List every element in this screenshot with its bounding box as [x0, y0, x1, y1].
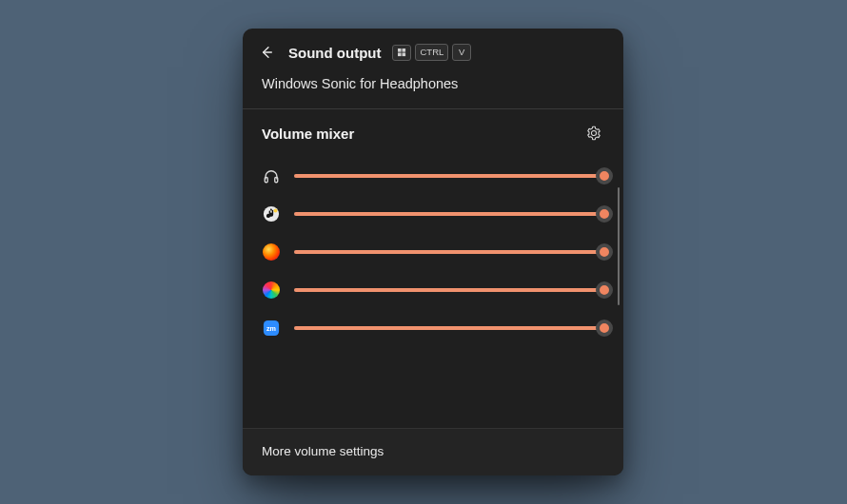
- svg-rect-0: [398, 48, 402, 52]
- panel-title: Sound output: [288, 45, 381, 61]
- headphones-icon: [262, 166, 281, 185]
- mixer-row-foobar: [262, 195, 610, 233]
- foobar-icon: [262, 204, 281, 223]
- volume-slider-zoom[interactable]: [294, 319, 604, 338]
- volume-mixer-list: zm: [243, 153, 623, 364]
- mixer-header: Volume mixer: [243, 109, 623, 153]
- svg-rect-1: [402, 48, 405, 52]
- zoom-icon: zm: [262, 319, 281, 338]
- mixer-settings-button[interactable]: [583, 123, 604, 144]
- svg-rect-2: [398, 52, 402, 56]
- volume-slider-system[interactable]: [294, 166, 604, 185]
- keyboard-shortcut: CTRL V: [392, 44, 471, 61]
- rainbow-circle-icon: [262, 281, 281, 300]
- arrow-left-icon: [259, 45, 274, 60]
- volume-slider-foobar[interactable]: [294, 204, 604, 223]
- svg-rect-5: [275, 178, 278, 183]
- firefox-icon: [262, 242, 281, 262]
- more-volume-settings-link[interactable]: More volume settings: [243, 429, 623, 475]
- sound-output-panel: Sound output CTRL V Windows Sonic for He…: [243, 29, 623, 475]
- mixer-row-system: [262, 157, 610, 195]
- svg-rect-3: [402, 52, 405, 56]
- volume-slider-firefox[interactable]: [294, 242, 604, 262]
- mixer-title: Volume mixer: [262, 126, 354, 142]
- ctrl-key: CTRL: [415, 44, 448, 61]
- win-key-icon: [392, 45, 411, 61]
- svg-text:zm: zm: [266, 324, 276, 333]
- mixer-row-firefox: [262, 233, 610, 271]
- back-button[interactable]: [256, 42, 277, 63]
- panel-footer: More volume settings: [243, 428, 623, 475]
- panel-header: Sound output CTRL V: [243, 29, 623, 68]
- scrollbar[interactable]: [618, 187, 620, 305]
- v-key: V: [452, 44, 471, 61]
- output-device-label[interactable]: Windows Sonic for Headphones: [243, 68, 623, 108]
- mixer-row-zoom: zm: [262, 309, 610, 347]
- svg-rect-4: [265, 178, 267, 183]
- mixer-row-photos: [262, 271, 610, 309]
- gear-icon: [586, 126, 601, 141]
- svg-point-7: [274, 208, 278, 212]
- volume-slider-photos[interactable]: [294, 281, 604, 300]
